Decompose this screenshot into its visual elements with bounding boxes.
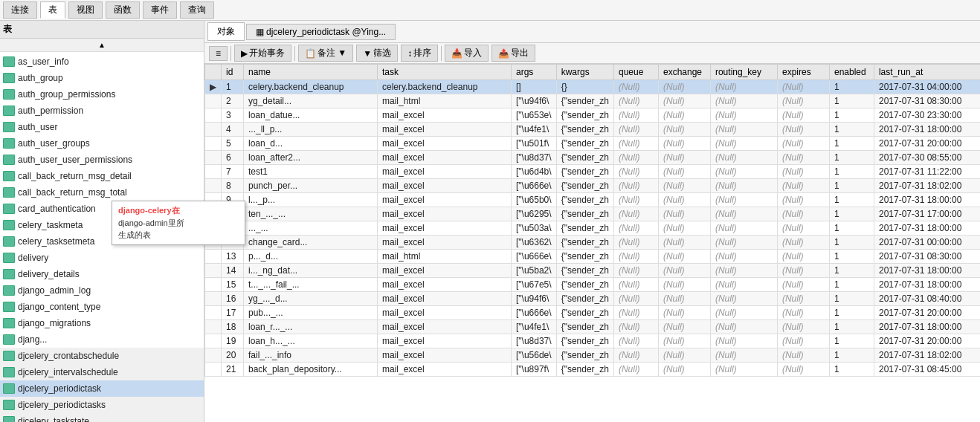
tab-view[interactable]: 视图 bbox=[68, 1, 103, 19]
cell-exchange-col: (Null) bbox=[658, 363, 710, 377]
sidebar-item-django-admin-log[interactable]: django_admin_log bbox=[0, 282, 204, 299]
sidebar-item-djcelery-intervalschedule[interactable]: djcelery_intervalschedule bbox=[0, 364, 204, 380]
sidebar-item-label: auth_group_permissions bbox=[18, 89, 115, 100]
import-btn[interactable]: 📥 导入 bbox=[445, 45, 489, 62]
cell-id-col: 16 bbox=[222, 292, 244, 306]
col-args[interactable]: args bbox=[512, 65, 557, 80]
sort-btn[interactable]: ↕ 排序 bbox=[401, 45, 438, 62]
table-row[interactable]: 10ten_..._...mail_excel["\u6295\{"sender… bbox=[205, 207, 981, 221]
cell-name-col: test1 bbox=[244, 165, 378, 179]
table-icon bbox=[3, 220, 15, 230]
sidebar: 表 ▲ as_user_infoauth_groupauth_group_per… bbox=[0, 21, 204, 422]
data-table-container[interactable]: id name task args kwargs queue exchange … bbox=[204, 64, 980, 422]
cell-lastrun-col: 2017-07-31 17:00:00 bbox=[874, 207, 980, 221]
backup-btn[interactable]: 📋 备注 ▼ bbox=[298, 45, 353, 62]
table-row[interactable]: 6loan_after2...mail_excel["\u8d37\{"send… bbox=[205, 151, 981, 165]
sidebar-item-django-content-type[interactable]: django_content_type bbox=[0, 299, 204, 315]
sidebar-item-call-back-return-msg-total[interactable]: call_back_return_msg_total bbox=[0, 184, 204, 201]
tab-periodictask[interactable]: ▦ djcelery_periodictask @Ying... bbox=[246, 24, 396, 40]
cell-row-indicator bbox=[205, 108, 222, 123]
table-row[interactable]: ▶1celery.backend_cleanupcelery.backend_c… bbox=[205, 80, 981, 94]
cell-task-col: mail_excel bbox=[378, 306, 512, 320]
cell-row-indicator bbox=[205, 278, 222, 292]
menu-btn[interactable]: ≡ bbox=[209, 46, 228, 61]
sidebar-item-delivery[interactable]: delivery bbox=[0, 250, 204, 266]
sidebar-item-djcelery-periodictasks[interactable]: djcelery_periodictasks bbox=[0, 397, 204, 413]
table-icon bbox=[3, 155, 15, 165]
table-icon bbox=[3, 416, 15, 422]
sidebar-item-auth-user-user-permissions[interactable]: auth_user_user_permissions bbox=[0, 152, 204, 168]
col-task[interactable]: task bbox=[378, 65, 512, 80]
table-row[interactable]: 17pub..._...mail_excel["\u666e\{"sender_… bbox=[205, 306, 981, 320]
table-row[interactable]: 3loan_datue...mail_excel["\u653e\{"sende… bbox=[205, 108, 981, 123]
table-row[interactable]: 20fail_..._infomail_excel["\u56de\{"send… bbox=[205, 348, 981, 363]
table-row[interactable]: 14i..._ng_dat...mail_excel["\u5ba2\{"sen… bbox=[205, 264, 981, 278]
cell-row-indicator bbox=[205, 264, 222, 278]
col-enabled[interactable]: enabled bbox=[829, 65, 874, 80]
cell-queue-col: (Null) bbox=[613, 348, 658, 363]
sep1 bbox=[231, 46, 231, 61]
cell-task-col: mail_excel bbox=[378, 207, 512, 221]
cell-task-col: mail_excel bbox=[378, 348, 512, 363]
table-row[interactable]: 2yg_detail...mail_html["\u94f6\{"sender_… bbox=[205, 94, 981, 108]
sidebar-item-djcelery-taskstate[interactable]: djcelery_taskstate bbox=[0, 413, 204, 422]
sidebar-item-call-back-return-msg-detail[interactable]: call_back_return_msg_detail bbox=[0, 168, 204, 184]
tab-object[interactable]: 对象 bbox=[207, 22, 245, 41]
cell-expires-col: (Null) bbox=[777, 348, 829, 363]
cell-routing-col: (Null) bbox=[710, 250, 777, 264]
sidebar-item-celery-tasksetmeta[interactable]: celery_tasksetmeta bbox=[0, 233, 204, 250]
table-row[interactable]: 18loan_r..._...mail_excel["\u4fe1\{"send… bbox=[205, 320, 981, 334]
table-row[interactable]: 12change_card...mail_excel["\u6362\{"sen… bbox=[205, 236, 981, 250]
table-icon bbox=[3, 302, 15, 312]
start-transaction-btn[interactable]: ▶ 开始事务 bbox=[234, 45, 291, 62]
sidebar-item-label: djcelery_taskstate bbox=[18, 416, 89, 422]
tab-connection[interactable]: 连接 bbox=[3, 1, 37, 19]
sidebar-item-djcelery-crontabschedule[interactable]: djcelery_crontabschedule bbox=[0, 348, 204, 364]
cell-args-col: ["\u94f6\ bbox=[512, 94, 557, 108]
table-row[interactable]: 16yg_..._d...mail_excel["\u94f6\{"sender… bbox=[205, 292, 981, 306]
table-row[interactable]: 8punch_per...mail_excel["\u666e\{"sender… bbox=[205, 179, 981, 193]
col-kwargs[interactable]: kwargs bbox=[556, 65, 613, 80]
table-row[interactable]: 5loan_d...mail_excel["\u501f\{"sender_zh… bbox=[205, 137, 981, 151]
sidebar-item-auth-user-groups[interactable]: auth_user_groups bbox=[0, 135, 204, 152]
filter-btn[interactable]: ▼ 筛选 bbox=[356, 45, 398, 62]
sidebar-item-auth-group[interactable]: auth_group bbox=[0, 70, 204, 86]
sidebar-item-as-user-info[interactable]: as_user_info bbox=[0, 53, 204, 70]
sidebar-item-auth-user[interactable]: auth_user bbox=[0, 119, 204, 135]
sidebar-item-djcelery-periodictask[interactable]: djcelery_periodictask bbox=[0, 380, 204, 397]
col-last-run-at[interactable]: last_run_at bbox=[874, 65, 980, 80]
col-queue[interactable]: queue bbox=[613, 65, 658, 80]
col-routing-key[interactable]: routing_key bbox=[710, 65, 777, 80]
sidebar-item-auth-group-permissions[interactable]: auth_group_permissions bbox=[0, 86, 204, 103]
table-row[interactable]: 19loan_h..._...mail_excel["\u8d37\{"send… bbox=[205, 334, 981, 348]
sidebar-item-auth-permission[interactable]: auth_permission bbox=[0, 103, 204, 119]
tab-function[interactable]: 函数 bbox=[106, 1, 140, 19]
table-row[interactable]: 7test1mail_excel["\u6d4b\{"sender_zh(Nul… bbox=[205, 165, 981, 179]
table-row[interactable]: 21back_plan_depository...mail_excel["\u8… bbox=[205, 363, 981, 377]
export-btn[interactable]: 📤 导出 bbox=[491, 45, 535, 62]
sidebar-item-django-migrations[interactable]: django_migrations bbox=[0, 315, 204, 331]
tab-event[interactable]: 事件 bbox=[143, 1, 177, 19]
cell-expires-col: (Null) bbox=[777, 179, 829, 193]
cell-queue-col: (Null) bbox=[613, 264, 658, 278]
sidebar-item-delivery-details[interactable]: delivery_details bbox=[0, 266, 204, 282]
col-expires[interactable]: expires bbox=[777, 65, 829, 80]
col-id[interactable]: id bbox=[222, 65, 244, 80]
col-name[interactable]: name bbox=[244, 65, 378, 80]
sidebar-item-card-authentication[interactable]: card_authentication bbox=[0, 201, 204, 217]
table-row[interactable]: 15t..._..._fail_...mail_excel["\u67e5\{"… bbox=[205, 278, 981, 292]
cell-expires-col: (Null) bbox=[777, 221, 829, 236]
tab-table[interactable]: 表 bbox=[40, 1, 65, 19]
cell-queue-col: (Null) bbox=[613, 320, 658, 334]
sidebar-scroll-up[interactable]: ▲ bbox=[0, 39, 204, 52]
sidebar-item-celery-taskmeta[interactable]: celery_taskmeta bbox=[0, 217, 204, 233]
cell-row-indicator bbox=[205, 320, 222, 334]
table-row[interactable]: 13p..._d...mail_html["\u666e\{"sender_zh… bbox=[205, 250, 981, 264]
tab-query[interactable]: 查询 bbox=[180, 1, 214, 19]
col-exchange[interactable]: exchange bbox=[658, 65, 710, 80]
sidebar-item-djang---[interactable]: djang... bbox=[0, 331, 204, 348]
table-row[interactable]: 11..._...mail_excel["\u503a\{"sender_zh(… bbox=[205, 221, 981, 236]
table-icon bbox=[3, 138, 15, 149]
table-row[interactable]: 9l..._p...mail_excel["\u65b0\{"sender_zh… bbox=[205, 193, 981, 207]
table-row[interactable]: 4..._ll_p...mail_excel["\u4fe1\{"sender_… bbox=[205, 123, 981, 137]
